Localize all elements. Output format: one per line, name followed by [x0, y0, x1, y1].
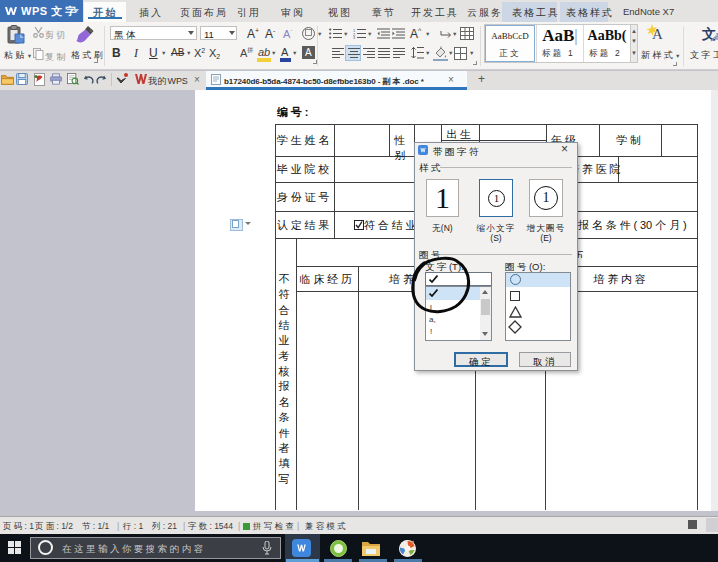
svg-text:3: 3 — [353, 35, 356, 39]
